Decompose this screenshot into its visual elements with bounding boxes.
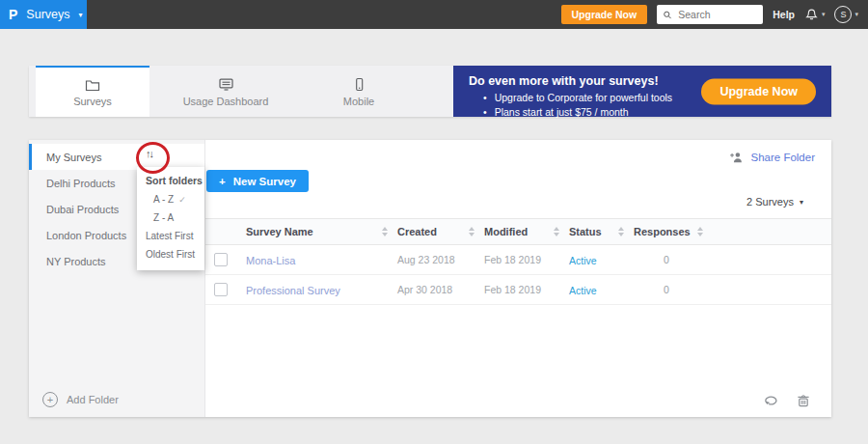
share-folder-label: Share Folder xyxy=(751,152,815,163)
add-folder-label: Add Folder xyxy=(67,394,119,405)
tabs-banner-row: Surveys Usage Dashboard Mobile xyxy=(29,66,831,117)
sort-arrows-icon xyxy=(382,227,388,236)
dashboard-icon xyxy=(218,77,234,92)
column-header-survey-name[interactable]: Survey Name xyxy=(246,226,397,237)
tab-bar: Surveys Usage Dashboard Mobile xyxy=(29,66,453,117)
column-header-status[interactable]: Status xyxy=(569,226,634,237)
created-date: Apr 30 2018 xyxy=(397,284,484,295)
card-actions xyxy=(763,393,811,408)
account-menu[interactable]: S ▾ xyxy=(834,6,858,23)
column-header-responses[interactable]: Responses xyxy=(634,226,720,237)
menu-item-z-a[interactable]: Z - A xyxy=(137,208,204,227)
new-survey-button[interactable]: + New Survey xyxy=(206,170,309,192)
mobile-icon xyxy=(352,77,366,92)
bell-icon xyxy=(804,8,819,22)
modified-date: Feb 18 2019 xyxy=(484,254,569,265)
row-checkbox[interactable] xyxy=(214,253,228,266)
surveys-content: Share Folder + New Survey 2 Surveys ▾ Su… xyxy=(205,140,831,417)
responses-count: 0 xyxy=(634,284,720,295)
plus-circle-icon: + xyxy=(42,392,58,407)
chevron-down-icon: ▾ xyxy=(854,11,858,18)
tab-surveys[interactable]: Surveys xyxy=(36,66,149,117)
chevron-down-icon: ▾ xyxy=(800,198,803,207)
status-link[interactable]: Active xyxy=(569,255,597,266)
table-header-row: Survey Name Created Modified Status xyxy=(205,218,831,245)
table-row: Mona-Lisa Aug 23 2018 Feb 18 2019 Active… xyxy=(205,245,831,275)
table-row: Professional Survey Apr 30 2018 Feb 18 2… xyxy=(205,275,831,305)
restore-icon[interactable] xyxy=(763,393,779,407)
chevron-down-icon: ▾ xyxy=(822,11,826,18)
notifications-menu[interactable]: ▾ xyxy=(804,8,826,22)
menu-item-a-z[interactable]: A - Z ✓ xyxy=(137,190,204,208)
sort-folders-menu: Sort folders A - Z ✓ Z - A Latest First … xyxy=(137,167,204,270)
sort-arrows-icon xyxy=(469,227,475,236)
responses-count: 0 xyxy=(634,254,720,265)
created-date: Aug 23 2018 xyxy=(397,254,484,265)
sort-arrows-icon xyxy=(618,227,624,236)
sort-arrows-icon xyxy=(697,227,703,236)
add-folder-button[interactable]: + Add Folder xyxy=(29,382,205,417)
top-navigation-bar: P Surveys ▾ Upgrade Now Help ▾ xyxy=(0,0,868,29)
survey-name-link[interactable]: Professional Survey xyxy=(246,285,340,296)
trash-icon[interactable] xyxy=(796,393,811,408)
status-link[interactable]: Active xyxy=(569,285,597,296)
tab-label: Mobile xyxy=(343,96,374,107)
bullet-icon: • xyxy=(483,105,487,120)
banner-bullet: • Upgrade to Corporate for powerful tool… xyxy=(469,91,718,105)
check-icon: ✓ xyxy=(178,195,186,205)
survey-count-label: 2 Surveys xyxy=(746,196,794,208)
topbar-actions: Upgrade Now Help ▾ S ▾ xyxy=(561,0,858,29)
page: P Surveys ▾ Upgrade Now Help ▾ xyxy=(0,0,868,444)
tab-label: Surveys xyxy=(73,96,112,107)
column-header-modified[interactable]: Modified xyxy=(484,226,569,237)
product-menu-label: Surveys xyxy=(26,8,69,21)
banner-title: Do even more with your surveys! xyxy=(469,74,718,88)
product-menu[interactable]: P Surveys ▾ xyxy=(0,0,87,29)
tab-mobile[interactable]: Mobile xyxy=(302,66,416,117)
banner-bullet: • Plans start at just $75 / month xyxy=(469,105,718,120)
row-checkbox[interactable] xyxy=(214,283,228,296)
banner-upgrade-button[interactable]: Upgrade Now xyxy=(701,78,816,104)
menu-item-oldest-first[interactable]: Oldest First xyxy=(137,245,204,264)
survey-count-dropdown[interactable]: 2 Surveys ▾ xyxy=(746,196,803,208)
survey-name-link[interactable]: Mona-Lisa xyxy=(246,255,295,266)
share-folder-button[interactable]: Share Folder xyxy=(729,151,815,164)
menu-item-latest-first[interactable]: Latest First xyxy=(137,227,204,245)
tab-usage-dashboard[interactable]: Usage Dashboard xyxy=(149,66,302,117)
bullet-icon: • xyxy=(483,91,487,105)
modified-date: Feb 18 2019 xyxy=(484,284,569,295)
chevron-down-icon: ▾ xyxy=(79,11,83,19)
search-box[interactable] xyxy=(657,5,763,24)
annotation-circle xyxy=(136,142,170,174)
upgrade-banner: Do even more with your surveys! • Upgrad… xyxy=(453,66,831,117)
plus-icon: + xyxy=(219,176,226,187)
person-plus-icon xyxy=(729,151,745,164)
sort-menu-title: Sort folders xyxy=(137,172,204,190)
avatar: S xyxy=(834,6,852,23)
search-input[interactable] xyxy=(676,8,757,21)
upgrade-now-button[interactable]: Upgrade Now xyxy=(561,5,648,24)
folder-icon xyxy=(85,78,100,92)
surveys-panel: My Surveys Delhi Products Dubai Products… xyxy=(29,140,831,417)
search-icon xyxy=(663,10,672,20)
column-header-created[interactable]: Created xyxy=(397,226,484,237)
help-link[interactable]: Help xyxy=(773,9,795,20)
surveys-table: Survey Name Created Modified Status xyxy=(205,218,831,305)
brand-logo-icon: P xyxy=(9,7,17,22)
sidebar-item-my-surveys[interactable]: My Surveys xyxy=(29,144,204,170)
sort-arrows-icon xyxy=(554,227,559,236)
tab-label: Usage Dashboard xyxy=(183,96,269,107)
